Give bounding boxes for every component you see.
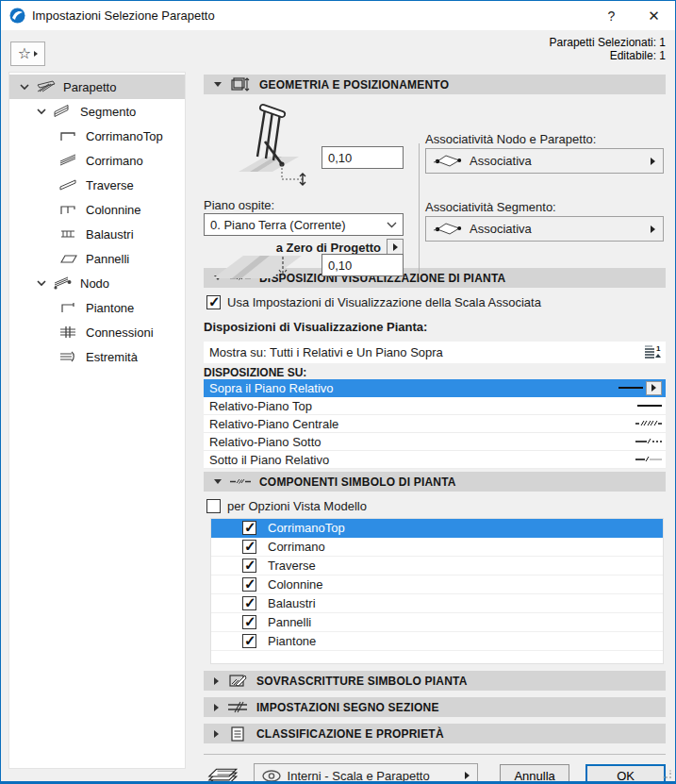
- tree-item-corrimano[interactable]: Corrimano: [9, 148, 185, 173]
- title-bar: Impostazioni Selezione Parapetto ? ✕: [1, 1, 675, 30]
- component-row[interactable]: CorrimanoTop: [211, 519, 663, 538]
- chevron-down-icon[interactable]: [36, 278, 46, 289]
- help-button[interactable]: ?: [590, 1, 633, 30]
- disposition-row[interactable]: Sopra il Piano Relativo: [204, 379, 666, 397]
- chevron-down-icon: [387, 222, 397, 228]
- section-header-geometry[interactable]: GEOMETRIA E POSIZIONAMENTO: [204, 75, 666, 94]
- disposition-label: Sopra il Piano Relativo: [209, 381, 615, 395]
- component-checkbox[interactable]: [242, 634, 256, 648]
- tree-item-label: Traverse: [86, 178, 134, 192]
- symbol-override-icon: [226, 673, 249, 689]
- linetype-hatched-icon: [634, 420, 662, 427]
- resize-grip[interactable]: [663, 770, 672, 779]
- svg-text:1: 1: [656, 344, 661, 353]
- section-header-classification[interactable]: CLASSIFICAZIONE E PROPRIETÀ: [204, 724, 666, 743]
- ok-button[interactable]: OK: [585, 764, 666, 784]
- component-row[interactable]: Balaustri: [211, 594, 663, 613]
- chevron-down-icon[interactable]: [19, 82, 29, 92]
- tree-item-colonnine[interactable]: Colonnine: [9, 197, 185, 222]
- linetype-flyout-button[interactable]: [646, 381, 662, 395]
- disposition-row[interactable]: Relativo-Piano Top: [204, 397, 666, 415]
- tree-item-pannelli[interactable]: Pannelli: [9, 246, 185, 271]
- component-row[interactable]: Piantone: [211, 632, 663, 651]
- section-header-section-mark[interactable]: IMPOSTAZIONI SEGNO SEZIONE: [204, 697, 666, 717]
- component-checkbox[interactable]: [242, 577, 256, 592]
- triangle-expanded-icon: [214, 479, 222, 484]
- layer-selector-button[interactable]: Interni - Scala e Parapetto: [254, 763, 478, 784]
- top-offset-input[interactable]: 0,10: [322, 146, 404, 169]
- panel-icon: [58, 251, 79, 266]
- railing-height-diagram: [237, 102, 310, 189]
- settings-panel: GEOMETRIA E POSIZIONAMENTO 0,10 Piano os…: [204, 75, 666, 784]
- close-button[interactable]: ✕: [633, 1, 675, 30]
- tree-item-connessioni[interactable]: Connessioni: [9, 320, 185, 344]
- tree-item-label: CorrimanoTop: [86, 129, 163, 143]
- pen-set-icon: [206, 763, 240, 784]
- component-tree: Parapetto Segmento CorrimanoTop Corriman…: [8, 72, 186, 769]
- associative-icon: [434, 221, 462, 237]
- component-checkbox[interactable]: [242, 596, 256, 610]
- linetype-solid-icon: [634, 402, 662, 409]
- assoc-node-label: Associatività Nodo e Parapetto:: [425, 132, 596, 146]
- flyout-arrow-icon: [651, 384, 656, 392]
- tree-item-label: Corrimano: [86, 154, 143, 168]
- bottom-offset-input[interactable]: 0,10: [322, 254, 404, 276]
- component-checkbox[interactable]: [242, 559, 256, 573]
- flyout-arrow-icon: [651, 158, 655, 165]
- use-assoc-checkbox[interactable]: [206, 295, 221, 309]
- component-label: Traverse: [268, 559, 316, 573]
- component-row[interactable]: Pannelli: [211, 613, 663, 632]
- assoc-node-button[interactable]: Associativa: [425, 148, 664, 174]
- balustrade-icon: [58, 226, 79, 242]
- favorites-button[interactable]: ☆: [10, 42, 45, 66]
- rails-icon: [58, 177, 79, 192]
- plan-display-label: Disposizioni di Visualizzazione Pianta:: [204, 320, 666, 333]
- segment-icon: [53, 104, 74, 119]
- component-row[interactable]: Colonnine: [211, 575, 663, 594]
- section-header-components[interactable]: COMPONENTI SIMBOLO DI PIANTA: [204, 472, 666, 492]
- tree-item-label: Nodo: [80, 276, 109, 291]
- railing-settings-dialog: Impostazioni Selezione Parapetto ? ✕ ☆ P…: [0, 0, 676, 784]
- tree-item-segmento[interactable]: Segmento: [9, 99, 185, 124]
- component-checkbox[interactable]: [242, 615, 256, 629]
- tree-item-label: Piantone: [86, 301, 134, 315]
- tree-item-estremita[interactable]: Estremità: [9, 344, 185, 369]
- disposition-label: Relativo-Piano Top: [209, 399, 634, 413]
- linetype-dash-fade-icon: [634, 456, 662, 463]
- host-story-select[interactable]: 0. Piano Terra (Corrente): [204, 213, 404, 236]
- tree-item-parapetto[interactable]: Parapetto: [9, 75, 185, 99]
- disposition-header: DISPOSIZIONE SU:: [204, 365, 666, 379]
- component-row[interactable]: Traverse: [211, 557, 663, 575]
- cancel-button[interactable]: Annulla: [500, 764, 569, 784]
- tree-item-nodo[interactable]: Nodo: [9, 271, 185, 295]
- one-story-up-icon: 1: [643, 343, 662, 361]
- linetype-solid-icon: [615, 384, 643, 392]
- show-on-stories-control[interactable]: Mostra su: Tutti i Relativi e Un Piano S…: [204, 342, 666, 363]
- assoc-segment-button[interactable]: Associativa: [425, 216, 664, 242]
- component-checkbox[interactable]: [242, 540, 256, 554]
- tree-item-corrimanotop[interactable]: CorrimanoTop: [9, 124, 185, 148]
- disposition-row[interactable]: Relativo-Piano Sotto: [204, 433, 666, 451]
- top-offset-value: 0,10: [328, 151, 352, 165]
- tree-item-traverse[interactable]: Traverse: [9, 173, 185, 197]
- triangle-expanded-icon: [214, 82, 222, 87]
- layer-value: Interni - Scala e Parapetto: [288, 769, 458, 783]
- section-header-symbol-overrides[interactable]: SOVRASCRITTURE SIMBOLO PIANTA: [204, 671, 666, 691]
- archicad-logo-icon: [9, 8, 25, 24]
- tree-item-label: Colonnine: [86, 203, 141, 217]
- disposition-row[interactable]: Relativo-Piano Centrale: [204, 415, 666, 433]
- mvo-checkbox-row[interactable]: per Opzioni Vista Modello: [206, 498, 666, 513]
- tree-item-balaustri[interactable]: Balaustri: [9, 222, 185, 246]
- section-title: IMPOSTAZIONI SEGNO SEZIONE: [256, 701, 439, 714]
- tree-item-label: Balaustri: [86, 227, 134, 242]
- chevron-down-icon[interactable]: [36, 107, 46, 117]
- component-checkbox[interactable]: [242, 521, 256, 535]
- component-row[interactable]: Corrimano: [211, 538, 663, 557]
- mvo-checkbox[interactable]: [206, 499, 221, 513]
- disposition-label: Sotto il Piano Relativo: [209, 453, 634, 467]
- section-title: CLASSIFICAZIONE E PROPRIETÀ: [256, 727, 444, 741]
- disposition-row[interactable]: Sotto il Piano Relativo: [204, 451, 666, 469]
- use-assoc-checkbox-row[interactable]: Usa Impostazioni di Visualizzazione dell…: [206, 294, 666, 309]
- tree-item-piantone[interactable]: Piantone: [9, 295, 185, 320]
- component-label: Piantone: [268, 634, 316, 648]
